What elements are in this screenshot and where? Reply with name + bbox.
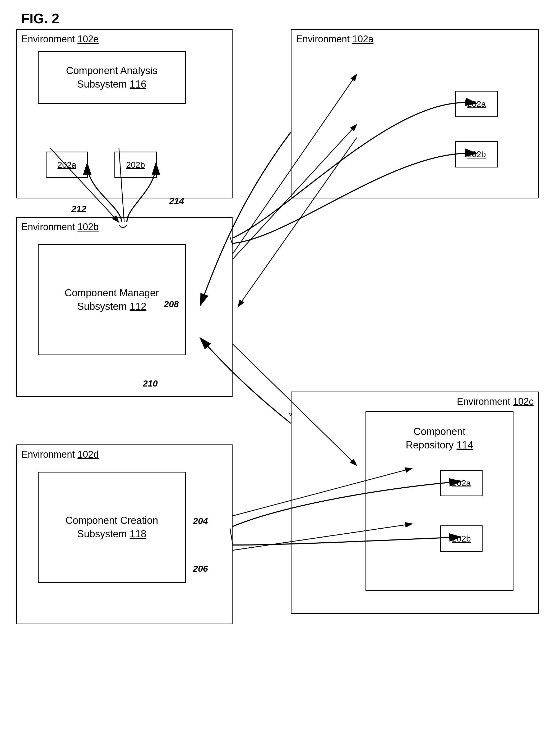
component-manager-subsystem: Component ManagerSubsystem 112 <box>38 244 186 355</box>
environment-102e: Environment 102e Component AnalysisSubsy… <box>16 29 233 198</box>
env-e-box-202b: 202b <box>114 152 157 178</box>
component-analysis-label: Component AnalysisSubsystem 116 <box>66 64 158 91</box>
env-c-box-202b: 202b <box>440 525 483 552</box>
env-102e-label: Environment 102e <box>22 34 99 45</box>
env-a-box-202a: 202a <box>455 91 498 117</box>
component-repository: ComponentRepository 114 202a 202b <box>365 411 514 591</box>
component-creation-subsystem: Component CreationSubsystem 118 <box>38 472 186 583</box>
environment-102b: Environment 102b Component ManagerSubsys… <box>16 217 233 397</box>
arrow-label-204: 204 <box>193 516 208 526</box>
arrow-label-206: 206 <box>193 563 208 574</box>
env-e-box-202a: 202a <box>46 152 88 178</box>
env-102d-label: Environment 102d <box>22 449 99 460</box>
env-102c-label: Environment 102c <box>457 396 533 407</box>
arrow-label-210: 210 <box>143 378 158 389</box>
env-c-box-202a: 202a <box>440 470 483 496</box>
env-102a-label: Environment 102a <box>296 34 374 45</box>
component-repository-label: ComponentRepository 114 <box>366 425 513 452</box>
env-a-box-202b: 202b <box>455 141 498 167</box>
figure-label: FIG. 2 <box>21 10 59 27</box>
component-analysis-subsystem: Component AnalysisSubsystem 116 <box>38 51 186 104</box>
arrow-label-214: 214 <box>169 196 184 206</box>
arrow-label-212: 212 <box>71 204 86 214</box>
environment-102d: Environment 102d Component CreationSubsy… <box>16 445 233 624</box>
environment-102c: Environment 102c ComponentRepository 114… <box>291 392 539 614</box>
component-creation-label: Component CreationSubsystem 118 <box>66 514 158 541</box>
component-manager-label: Component ManagerSubsystem 112 <box>65 286 159 314</box>
env-102b-label: Environment 102b <box>22 221 99 232</box>
arrow-label-208: 208 <box>164 299 179 309</box>
environment-102a: Environment 102a 202a 202b <box>291 29 539 198</box>
